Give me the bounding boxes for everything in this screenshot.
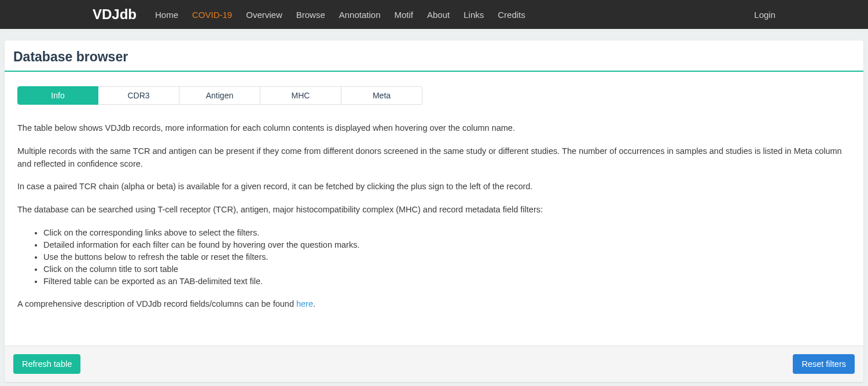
nav-link[interactable]: About <box>427 10 450 20</box>
nav-item-home[interactable]: Home <box>148 10 185 20</box>
info-p5-prefix: A comprehensive description of VDJdb rec… <box>17 299 296 308</box>
nav-item-overview[interactable]: Overview <box>239 10 289 20</box>
info-bullet: Click on the column title to sort table <box>43 263 851 275</box>
navbar: VDJdb Home COVID-19 Overview Browse Anno… <box>0 0 868 29</box>
nav-item-about[interactable]: About <box>420 10 457 20</box>
nav-link[interactable]: Links <box>464 10 484 20</box>
info-paragraph-1: The table below shows VDJdb records, mor… <box>17 122 851 135</box>
nav-item-annotation[interactable]: Annotation <box>332 10 388 20</box>
info-bullet: Click on the corresponding links above t… <box>43 227 851 239</box>
info-bullet: Use the buttons below to refresh the tab… <box>43 251 851 263</box>
navbar-right: Login <box>754 10 775 20</box>
info-paragraph-4: The database can be searched using T-cel… <box>17 204 851 216</box>
info-bullet-list: Click on the corresponding links above t… <box>43 227 851 288</box>
navbar-left: VDJdb Home COVID-19 Overview Browse Anno… <box>12 6 532 23</box>
nav-item-credits[interactable]: Credits <box>491 10 532 20</box>
nav-link[interactable]: Overview <box>246 10 282 20</box>
tab-info[interactable]: Info <box>17 86 98 105</box>
nav-item-browse[interactable]: Browse <box>289 10 332 20</box>
refresh-table-button[interactable]: Refresh table <box>13 354 80 374</box>
nav-link[interactable]: COVID-19 <box>192 10 232 20</box>
tab-cdr3[interactable]: CDR3 <box>98 86 179 105</box>
tab-mhc[interactable]: MHC <box>260 86 341 105</box>
nav-link[interactable]: Motif <box>395 10 414 20</box>
nav-item-motif[interactable]: Motif <box>388 10 421 20</box>
nav-link[interactable]: Home <box>155 10 178 20</box>
navbar-nav: Home COVID-19 Overview Browse Annotation… <box>148 10 532 20</box>
nav-link[interactable]: Annotation <box>339 10 381 20</box>
nav-item-covid19[interactable]: COVID-19 <box>185 10 239 20</box>
here-link[interactable]: here <box>296 299 313 308</box>
nav-item-links[interactable]: Links <box>457 10 491 20</box>
tab-meta[interactable]: Meta <box>341 86 422 105</box>
info-bullet: Filtered table can be exported as an TAB… <box>43 275 851 288</box>
nav-link[interactable]: Credits <box>498 10 525 20</box>
info-p5-suffix: . <box>313 299 315 308</box>
content-area: Info CDR3 Antigen MHC Meta The table bel… <box>5 72 863 345</box>
page-header: Database browser <box>5 41 863 72</box>
nav-link[interactable]: Browse <box>296 10 325 20</box>
navbar-brand[interactable]: VDJdb <box>93 6 137 23</box>
login-link[interactable]: Login <box>754 10 775 20</box>
reset-filters-button[interactable]: Reset filters <box>793 354 855 374</box>
page-title: Database browser <box>13 49 855 65</box>
main-container: Database browser Info CDR3 Antigen MHC M… <box>5 41 863 382</box>
tab-group: Info CDR3 Antigen MHC Meta <box>17 86 851 105</box>
info-text: The table below shows VDJdb records, mor… <box>17 122 851 311</box>
tab-antigen[interactable]: Antigen <box>179 86 260 105</box>
footer-bar: Refresh table Reset filters <box>5 345 863 382</box>
info-bullet: Detailed information for each filter can… <box>43 239 851 251</box>
info-paragraph-3: In case a paired TCR chain (alpha or bet… <box>17 181 851 193</box>
info-paragraph-2: Multiple records with the same TCR and a… <box>17 145 851 171</box>
info-paragraph-5: A comprehensive description of VDJdb rec… <box>17 298 851 311</box>
